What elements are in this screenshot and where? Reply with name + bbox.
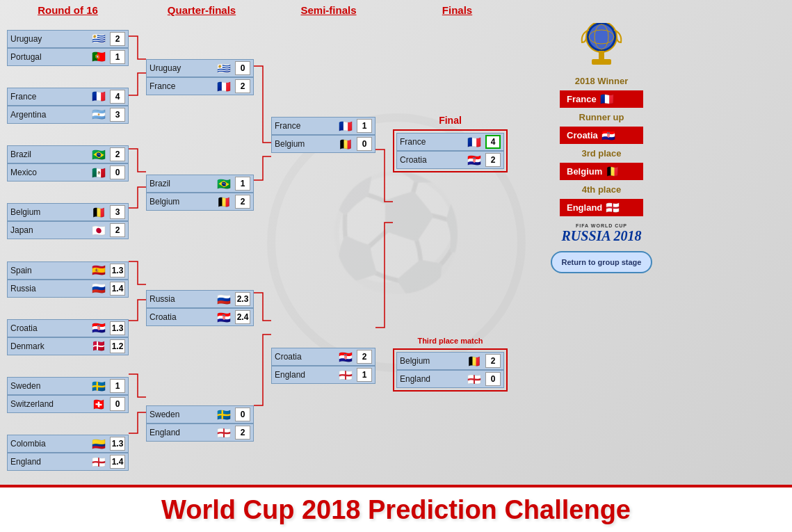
trophy-icon <box>574 23 629 72</box>
runner-up-label: Runner up <box>579 112 624 122</box>
winner-box: France 🇫🇷 <box>560 90 643 108</box>
third-place-label: Third place match <box>393 337 508 345</box>
team-row: Mexico 🇲🇽 0 <box>7 163 129 182</box>
team-row: Russia 🇷🇺 2.3 <box>146 290 254 308</box>
sf-match-2: Croatia 🇭🇷 2 England 🏴󠁧󠁢󠁥󠁮󠁧󠁿 1 <box>271 348 375 384</box>
connector-qf-sf <box>254 19 271 481</box>
bracket-area: ⚽ Round of 16 Quarter-finals Semi-finals… <box>0 0 792 485</box>
team-row: Brazil 🇧🇷 2 <box>7 145 129 163</box>
r16-match-7: Sweden 🇸🇪 1 Switzerland 🇨🇭 0 <box>7 377 129 413</box>
team-row: England 🏴󠁧󠁢󠁥󠁮󠁧󠁿 0 <box>396 370 504 388</box>
qf-match-4: Sweden 🇸🇪 0 England 🏴󠁧󠁢󠁥󠁮󠁧󠁿 2 <box>146 405 254 442</box>
main-container: ⚽ Round of 16 Quarter-finals Semi-finals… <box>0 0 792 532</box>
third-place-area: Third place match Belgium 🇧🇪 2 England 🏴… <box>393 254 508 481</box>
final-label: Final <box>393 115 508 126</box>
team-row: France 🇫🇷 2 <box>146 77 254 95</box>
team-row: Colombia 🇨🇴 1.3 <box>7 435 129 453</box>
r16-match-6: Croatia 🇭🇷 1.3 Denmark 🇩🇰 1.2 <box>7 319 129 355</box>
team-row: Croatia 🇭🇷 1.3 <box>7 319 129 337</box>
trophy-area <box>574 23 629 72</box>
winner-label: 2018 Winner <box>575 76 628 86</box>
svg-point-3 <box>589 24 614 49</box>
footer-bar: World Cup 2018 Prediction Challenge <box>0 485 792 532</box>
team-row: France 🇫🇷 4 <box>7 88 129 106</box>
svg-rect-6 <box>599 51 604 59</box>
team-row: England 🏴󠁧󠁢󠁥󠁮󠁧󠁿 1 <box>271 366 375 384</box>
svg-rect-7 <box>592 59 611 65</box>
final-match-area: Final France 🇫🇷 4 Croatia 🇭🇷 2 <box>393 19 508 254</box>
team-row: Sweden 🇸🇪 1 <box>7 377 129 395</box>
sf-column: France 🇫🇷 1 Belgium 🇧🇪 0 Croatia 🇭🇷 <box>271 19 375 481</box>
fourth-place-box: England 🏴󠁧󠁢󠁥󠁮󠁧󠁿 <box>560 199 643 216</box>
team-row: England 🏴󠁧󠁢󠁥󠁮󠁧󠁿 2 <box>146 424 254 442</box>
r16-column: Uruguay 🇺🇾 2 Portugal 🇵🇹 1 France 🇫🇷 <box>7 19 129 481</box>
sf-match-1: France 🇫🇷 1 Belgium 🇧🇪 0 <box>271 117 375 153</box>
r16-match-2: France 🇫🇷 4 Argentina 🇦🇷 3 <box>7 88 129 124</box>
r16-match-1: Uruguay 🇺🇾 2 Portugal 🇵🇹 1 <box>7 30 129 66</box>
team-row: Belgium 🇧🇪 2 <box>396 352 504 370</box>
connector-svg-1 <box>129 19 146 481</box>
team-row: Brazil 🇧🇷 1 <box>146 175 254 193</box>
team-row: Russia 🇷🇺 1.4 <box>7 280 129 298</box>
return-button[interactable]: Return to group stage <box>551 251 653 273</box>
finals-column: Final France 🇫🇷 4 Croatia 🇭🇷 2 <box>393 19 508 481</box>
third-place-box: Belgium 🇧🇪 <box>560 163 643 180</box>
team-row: Argentina 🇦🇷 3 <box>7 106 129 124</box>
team-row: Japan 🇯🇵 2 <box>7 221 129 239</box>
team-row: England 🏴󠁧󠁢󠁥󠁮󠁧󠁿 1.4 <box>7 453 129 471</box>
connector-r16-qf <box>129 19 146 481</box>
spacer <box>508 19 528 481</box>
team-row: Croatia 🇭🇷 2 <box>271 348 375 366</box>
third-place-match: Belgium 🇧🇪 2 England 🏴󠁧󠁢󠁥󠁮󠁧󠁿 0 <box>393 348 508 392</box>
fourth-place-label: 4th place <box>582 184 621 195</box>
team-row: Belgium 🇧🇪 3 <box>7 203 129 221</box>
third-place-result-label: 3rd place <box>581 148 621 159</box>
qf-match-3: Russia 🇷🇺 2.3 Croatia 🇭🇷 2.4 <box>146 290 254 326</box>
results-panel: 2018 Winner France 🇫🇷 Runner up Croatia … <box>528 19 674 481</box>
final-match: France 🇫🇷 4 Croatia 🇭🇷 2 <box>393 129 508 172</box>
team-row: France 🇫🇷 1 <box>271 117 375 135</box>
team-row: Switzerland 🇨🇭 0 <box>7 395 129 413</box>
team-row: Spain 🇪🇸 1.3 <box>7 261 129 280</box>
footer-title: World Cup 2018 Prediction Challenge <box>161 495 631 525</box>
team-row: Denmark 🇩🇰 1.2 <box>7 337 129 355</box>
qf-match-1: Uruguay 🇺🇾 0 France 🇫🇷 2 <box>146 59 254 95</box>
connector-sf-f <box>375 19 393 481</box>
fifa-logo: FIFA WORLD CUP RUSSIA 2018 <box>561 223 641 244</box>
r16-match-8: Colombia 🇨🇴 1.3 England 🏴󠁧󠁢󠁥󠁮󠁧󠁿 1.4 <box>7 435 129 471</box>
r16-match-3: Brazil 🇧🇷 2 Mexico 🇲🇽 0 <box>7 145 129 182</box>
team-row: Uruguay 🇺🇾 0 <box>146 59 254 77</box>
team-row: Belgium 🇧🇪 2 <box>146 193 254 211</box>
team-row: Uruguay 🇺🇾 2 <box>7 30 129 48</box>
runner-up-box: Croatia 🇭🇷 <box>560 127 643 144</box>
r16-match-5: Spain 🇪🇸 1.3 Russia 🇷🇺 1.4 <box>7 261 129 298</box>
team-row: Sweden 🇸🇪 0 <box>146 405 254 424</box>
team-row: France 🇫🇷 4 <box>396 133 504 151</box>
qf-match-2: Brazil 🇧🇷 1 Belgium 🇧🇪 2 <box>146 175 254 211</box>
qf-column: Uruguay 🇺🇾 0 France 🇫🇷 2 Brazil 🇧🇷 <box>146 19 254 481</box>
team-row: Croatia 🇭🇷 2 <box>396 151 504 169</box>
team-row: Croatia 🇭🇷 2.4 <box>146 308 254 326</box>
r16-match-4: Belgium 🇧🇪 3 Japan 🇯🇵 2 <box>7 203 129 239</box>
team-row: Portugal 🇵🇹 1 <box>7 48 129 66</box>
team-row: Belgium 🇧🇪 0 <box>271 135 375 153</box>
